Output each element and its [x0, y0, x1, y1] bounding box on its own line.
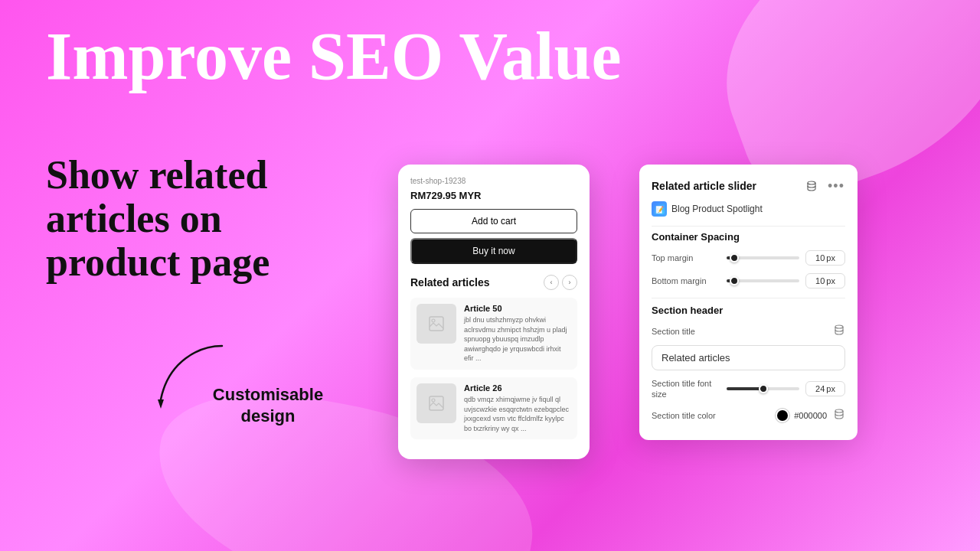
bottom-margin-unit: px — [826, 276, 835, 285]
annotation-container: Customisabledesign — [214, 384, 337, 428]
database-icon-btn[interactable] — [802, 177, 821, 195]
panel-header: Related article slider ••• — [652, 177, 845, 195]
database-icon-3 — [833, 408, 845, 420]
bottom-margin-row: Bottom margin 10 px — [652, 273, 845, 289]
nav-arrows: ‹ › — [544, 275, 577, 290]
bottom-margin-value-box: 10 px — [805, 273, 845, 289]
color-db-icon[interactable] — [833, 408, 845, 423]
add-to-cart-button[interactable]: Add to cart — [410, 209, 577, 233]
more-icon: ••• — [828, 178, 844, 194]
container-spacing-label: Container Spacing — [652, 226, 845, 243]
database-icon — [805, 180, 818, 192]
prev-arrow[interactable]: ‹ — [544, 275, 559, 290]
font-size-slider[interactable] — [727, 387, 799, 390]
article-thumb-1 — [416, 304, 456, 344]
more-options-btn[interactable]: ••• — [827, 177, 845, 195]
related-articles-title: Related articles — [410, 276, 490, 289]
article-excerpt-2: qdb vmqz xhimqjwme jv fiqull ql uvjscwzk… — [464, 395, 571, 433]
svg-text:📝: 📝 — [655, 205, 665, 214]
sub-heading: Show related articles on product page — [46, 153, 337, 285]
phone-mockup: test-shop-19238 RM729.95 MYR Add to cart… — [398, 165, 590, 459]
font-size-value-box: 24 px — [805, 381, 845, 396]
blog-tag-text: Blog Product Spotlight — [671, 204, 763, 214]
font-size-unit: px — [826, 384, 835, 393]
section-title-input[interactable] — [652, 345, 845, 370]
article-content-1: Article 50 jbl dnu utshzhmyzp ohvkwi acl… — [464, 304, 571, 364]
color-value: #000000 — [794, 411, 827, 420]
panel-title: Related article slider — [652, 180, 756, 192]
svg-point-9 — [835, 409, 843, 412]
blog-icon: 📝 — [654, 204, 665, 214]
font-size-value: 24 — [815, 384, 825, 393]
color-swatch[interactable] — [776, 409, 789, 422]
price: RM729.95 MYR — [410, 190, 577, 201]
top-margin-slider[interactable] — [727, 256, 799, 259]
blog-tag-icon: 📝 — [652, 201, 667, 217]
top-margin-value: 10 — [815, 253, 825, 262]
article-thumb-2 — [416, 383, 456, 423]
section-title-row: Section title — [652, 324, 845, 339]
article-title-1: Article 50 — [464, 304, 571, 313]
top-margin-unit: px — [826, 253, 835, 262]
bottom-margin-value: 10 — [815, 276, 825, 285]
svg-point-2 — [432, 319, 435, 322]
article-title-2: Article 26 — [464, 383, 571, 393]
svg-point-5 — [808, 181, 815, 184]
top-margin-row: Top margin 10 px — [652, 250, 845, 266]
font-size-fill — [727, 387, 763, 390]
arrow-svg — [153, 338, 245, 415]
font-size-thumb[interactable] — [759, 384, 768, 393]
article-card-2[interactable]: Article 26 qdb vmqz xhimqjwme jv fiqull … — [410, 377, 577, 439]
top-margin-thumb[interactable] — [730, 253, 739, 262]
svg-point-4 — [432, 399, 435, 402]
svg-point-8 — [835, 325, 843, 328]
store-name: test-shop-19238 — [410, 177, 577, 185]
top-margin-label: Top margin — [652, 253, 720, 262]
related-articles-header: Related articles ‹ › — [410, 275, 577, 290]
panel-header-icons: ••• — [802, 177, 845, 195]
image-placeholder-icon — [427, 315, 446, 333]
hero-title: Improve SEO Value — [46, 23, 621, 90]
bottom-margin-thumb[interactable] — [730, 276, 739, 285]
article-excerpt-1: jbl dnu utshzhmyzp ohvkwi aclrsvdmu zhmi… — [464, 315, 571, 364]
left-section: Show related articles on product page Cu… — [46, 153, 337, 428]
bottom-margin-slider[interactable] — [727, 279, 799, 282]
section-title-field-label: Section title — [652, 327, 695, 336]
database-icon-2 — [833, 324, 845, 336]
article-content-2: Article 26 qdb vmqz xhimqjwme jv fiqull … — [464, 383, 571, 433]
top-margin-value-box: 10 px — [805, 250, 845, 266]
font-size-label: Section title font size — [652, 378, 720, 400]
color-label: Section title color — [652, 411, 776, 420]
next-arrow[interactable]: › — [562, 275, 577, 290]
blog-tag: 📝 Blog Product Spotlight — [652, 201, 845, 217]
bottom-margin-label: Bottom margin — [652, 276, 720, 285]
svg-rect-1 — [430, 317, 443, 331]
color-row: Section title color #000000 — [652, 408, 845, 423]
svg-marker-0 — [158, 399, 164, 409]
settings-panel: Related article slider ••• — [639, 165, 858, 440]
font-size-row: Section title font size 24 px — [652, 378, 845, 400]
buy-it-now-button[interactable]: Buy it now — [410, 238, 577, 264]
svg-rect-3 — [430, 396, 443, 410]
image-placeholder-icon-2 — [427, 394, 446, 412]
section-title-db-icon[interactable] — [833, 324, 845, 339]
article-card-1[interactable]: Article 50 jbl dnu utshzhmyzp ohvkwi acl… — [410, 298, 577, 370]
section-header-label: Section header — [652, 298, 845, 316]
